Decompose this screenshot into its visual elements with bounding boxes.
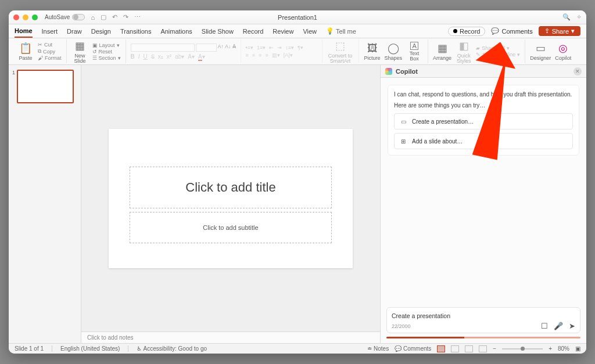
- designer-button[interactable]: ▭Designer: [530, 42, 551, 61]
- underline-button[interactable]: U: [144, 53, 148, 60]
- font-size-dropdown[interactable]: [196, 44, 217, 52]
- subtitle-placeholder[interactable]: Click to add subtitle: [130, 212, 332, 243]
- sparkle-icon[interactable]: ✧: [576, 13, 582, 21]
- numbering-icon[interactable]: 1≡▾: [257, 45, 266, 51]
- reset-button[interactable]: ↺Reset: [92, 49, 121, 55]
- align-text-icon[interactable]: [A]▾: [284, 52, 293, 58]
- maximize-window-button[interactable]: [32, 15, 38, 20]
- undo-icon[interactable]: ↶: [112, 13, 117, 21]
- status-notes-button[interactable]: ≐ Notes: [367, 345, 389, 352]
- tab-home[interactable]: Home: [15, 25, 33, 38]
- tab-animations[interactable]: Animations: [160, 26, 192, 37]
- copy-button[interactable]: ⧉Copy: [38, 48, 62, 55]
- suggestion-add-slide[interactable]: ⊞ Add a slide about…: [394, 133, 573, 149]
- attach-icon[interactable]: ☐: [541, 322, 548, 330]
- home-icon[interactable]: ⌂: [91, 14, 95, 21]
- align-right-icon[interactable]: ≡: [259, 52, 261, 58]
- autosave-toggle[interactable]: AutoSave: [45, 14, 85, 20]
- zoom-slider[interactable]: [502, 348, 543, 349]
- align-center-icon[interactable]: ≡: [252, 52, 255, 58]
- copilot-text-input[interactable]: [392, 311, 575, 322]
- bullets-icon[interactable]: •≡▾: [246, 45, 253, 51]
- quick-styles-button[interactable]: ◧Quick Styles: [455, 39, 472, 64]
- layout-button[interactable]: ▣Layout ▾: [92, 42, 121, 48]
- tab-slideshow[interactable]: Slide Show: [202, 26, 234, 37]
- line-spacing-icon[interactable]: ↕≡▾: [285, 45, 294, 51]
- save-icon[interactable]: ▢: [101, 13, 106, 21]
- indent-left-icon[interactable]: ⇤: [269, 45, 274, 51]
- tab-design[interactable]: Design: [91, 26, 111, 37]
- decrease-font-icon[interactable]: A↓: [225, 44, 231, 52]
- send-icon[interactable]: ➤: [569, 322, 575, 330]
- status-language[interactable]: English (United States): [60, 345, 120, 352]
- redo-icon[interactable]: ↷: [123, 13, 128, 21]
- view-slideshow-button[interactable]: [479, 345, 487, 352]
- toggle-icon[interactable]: [72, 14, 85, 20]
- format-painter-button[interactable]: 🖌Format: [38, 55, 62, 61]
- search-icon[interactable]: 🔍: [562, 13, 571, 21]
- zoom-in-button[interactable]: +: [549, 345, 552, 352]
- convert-smartart-button[interactable]: ⬚ Convert to SmartArt: [327, 39, 354, 64]
- font-color-button[interactable]: A▾: [198, 53, 205, 60]
- slide-canvas[interactable]: Click to add title Click to add subtitle: [81, 65, 380, 331]
- fit-to-window-button[interactable]: ▣: [575, 345, 580, 352]
- arrange-button[interactable]: ▦Arrange: [433, 42, 451, 61]
- clear-format-icon[interactable]: A̶: [232, 44, 236, 52]
- shapes-button[interactable]: ◯Shapes: [385, 42, 403, 61]
- zoom-out-button[interactable]: −: [493, 345, 496, 352]
- cut-button[interactable]: ✂Cut: [38, 42, 62, 48]
- slide-thumbnails[interactable]: 1: [9, 65, 81, 343]
- slide-thumb[interactable]: [17, 70, 74, 103]
- record-button[interactable]: Record: [448, 27, 485, 36]
- tab-record[interactable]: Record: [243, 26, 263, 37]
- notes-bar[interactable]: Click to add notes: [81, 331, 380, 343]
- view-sorter-button[interactable]: [451, 345, 459, 352]
- more-icon[interactable]: ⋯: [134, 13, 141, 21]
- tab-view[interactable]: View: [303, 26, 317, 37]
- share-button[interactable]: ⇪ Share ▾: [539, 26, 580, 36]
- status-comments-button[interactable]: 💬 Comments: [395, 345, 431, 352]
- text-effects-button[interactable]: A▾: [188, 53, 195, 60]
- tellme-search[interactable]: 💡 Tell me: [326, 27, 356, 35]
- zoom-thumb[interactable]: [521, 347, 525, 351]
- shape-fill-button[interactable]: ▰Shape Fill ▾: [476, 45, 520, 51]
- text-direction-icon[interactable]: ¶▾: [298, 45, 303, 51]
- close-window-button[interactable]: [13, 15, 19, 20]
- tab-transitions[interactable]: Transitions: [120, 26, 151, 37]
- columns-icon[interactable]: ▥▾: [272, 52, 280, 58]
- status-accessibility[interactable]: ♿︎ Accessibility: Good to go: [137, 345, 207, 352]
- bold-button[interactable]: B: [131, 53, 135, 60]
- suggestion-create-presentation[interactable]: ▭ Create a presentation…: [394, 113, 573, 129]
- paste-button[interactable]: 📋 Paste: [17, 42, 34, 61]
- title-placeholder[interactable]: Click to add title: [130, 167, 332, 208]
- view-reading-button[interactable]: [465, 345, 473, 352]
- minimize-window-button[interactable]: [23, 15, 28, 20]
- slide[interactable]: Click to add title Click to add subtitle: [109, 129, 353, 268]
- copilot-close-button[interactable]: ✕: [574, 67, 582, 75]
- italic-button[interactable]: I: [138, 53, 140, 60]
- tab-draw[interactable]: Draw: [67, 26, 82, 37]
- zoom-percent[interactable]: 80%: [558, 345, 569, 352]
- section-button[interactable]: ☰Section ▾: [92, 55, 121, 61]
- tab-review[interactable]: Review: [273, 26, 293, 37]
- increase-font-icon[interactable]: A↑: [218, 44, 224, 52]
- thumbnail-1[interactable]: 1: [12, 70, 77, 103]
- mic-icon[interactable]: 🎤: [554, 322, 563, 330]
- justify-icon[interactable]: ≡: [265, 52, 268, 58]
- view-normal-button[interactable]: [437, 345, 445, 352]
- strike-button[interactable]: S̶: [151, 53, 155, 60]
- textbox-button[interactable]: AText Box: [406, 42, 423, 62]
- tab-insert[interactable]: Insert: [42, 26, 58, 37]
- window-controls[interactable]: [13, 15, 38, 20]
- subscript-button[interactable]: x₂: [158, 53, 163, 60]
- new-slide-button[interactable]: ▦ New Slide: [71, 39, 89, 64]
- picture-button[interactable]: 🖼Picture: [364, 42, 381, 61]
- shape-outline-button[interactable]: ✎Shape Outline ▾: [476, 52, 520, 57]
- highlight-button[interactable]: ab▾: [175, 53, 184, 60]
- copilot-input-box[interactable]: 22/2000 ☐ 🎤 ➤: [386, 307, 580, 333]
- comments-button[interactable]: 💬 Comments: [491, 27, 532, 35]
- copilot-ribbon-button[interactable]: ◎Copilot: [554, 42, 572, 61]
- indent-right-icon[interactable]: ⇥: [277, 45, 282, 51]
- align-left-icon[interactable]: ≡: [246, 52, 249, 58]
- font-family-dropdown[interactable]: [131, 44, 195, 52]
